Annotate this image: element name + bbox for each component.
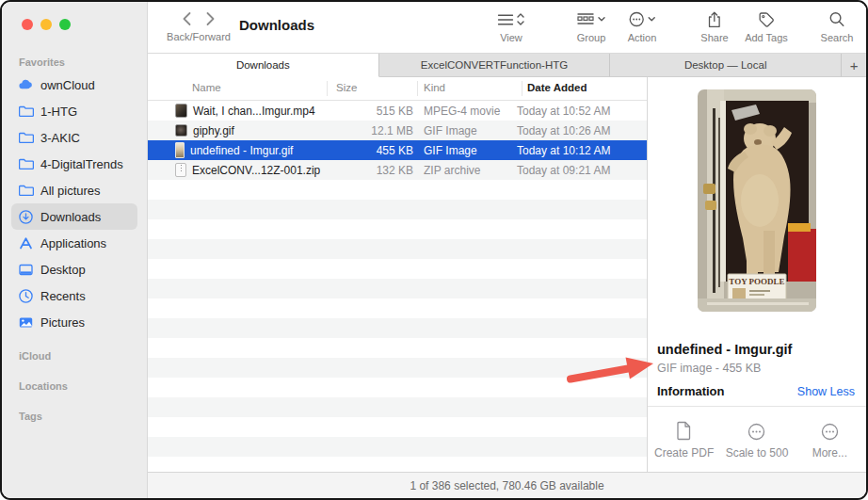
action-button[interactable]: Action [628,9,657,43]
file-date-added: Today at 09:21 AM [517,164,647,177]
gif-thumbnail-icon [175,124,187,137]
preview-image: TOY POODLE [698,89,816,312]
zip-archive-icon [175,163,186,177]
sidebar-item-label: All pictures [40,184,101,198]
new-tab-button[interactable]: + [842,54,866,77]
tab-bar: Downloads ExcelCONVERTFunction-HTG Deskt… [148,53,866,77]
sidebar-item-recents[interactable]: Recents [11,282,137,309]
sidebar-item-desktop[interactable]: Desktop [11,256,137,282]
preview-file-meta: GIF image - 455 KB [657,362,761,375]
group-button[interactable]: Group [577,9,606,43]
sidebar-item-4-digitaltrends[interactable]: 4-DigitalTrends [11,151,137,177]
forward-button[interactable] [205,11,216,26]
preview-divider [648,406,866,407]
file-date-added: Today at 10:26 AM [517,124,647,137]
window-controls [22,19,71,30]
scale-to-500-button[interactable]: Scale to 500 [720,416,793,460]
add-tags-label: Add Tags [745,32,788,43]
file-date-added: Today at 10:12 AM [517,144,647,157]
share-icon [707,11,721,28]
file-row-giphy-gif[interactable]: giphy.gif 12.1 MB GIF Image Today at 10:… [148,121,647,140]
folder-icon [18,104,34,120]
cloud-icon [18,77,34,93]
folder-icon [18,183,34,199]
list-view-icon [498,13,514,26]
file-date-added: Today at 10:52 AM [517,105,647,118]
back-button[interactable] [182,11,192,26]
preview-file-name: undefined - Imgur.gif [657,342,792,357]
column-header-kind[interactable]: Kind [424,82,445,93]
content-area: Name Size Kind Date Added Wait, I chan..… [148,77,866,472]
sidebar-section-favorites: Favorites [2,53,147,72]
column-divider [522,81,522,96]
group-icon [577,12,595,26]
tab-excelconvertfunction-htg[interactable]: ExcelCONVERTFunction-HTG [379,54,611,77]
view-button[interactable]: View [498,9,525,43]
chevron-down-icon [598,16,606,23]
tab-desktop-local[interactable]: Desktop — Local [610,54,842,77]
sidebar-item-label: Applications [40,236,106,250]
ellipsis-circle-icon [628,11,644,27]
file-size: 455 KB [327,144,413,157]
column-header-size[interactable]: Size [336,82,357,93]
file-row-undefined-imgur-gif[interactable]: undefined - Imgur.gif 455 KB GIF Image T… [148,140,647,160]
search-button[interactable]: Search [821,9,854,43]
column-divider [417,81,418,96]
folder-icon [18,130,34,146]
sidebar-section-locations: Locations [2,377,147,395]
sidebar-item-pictures[interactable]: Pictures [11,309,137,335]
back-forward-label: Back/Forward [159,31,238,42]
status-bar: 1 of 386 selected, 780.46 GB available [148,472,866,498]
show-less-link[interactable]: Show Less [797,385,855,398]
add-tags-button[interactable]: Add Tags [745,9,788,43]
sidebar-item-1-htg[interactable]: 1-HTG [11,98,137,124]
sort-chevrons-icon [517,12,525,26]
folder-icon [18,156,34,172]
sidebar-item-label: Pictures [40,315,85,330]
quick-action-label: More... [794,446,866,460]
sidebar-item-applications[interactable]: Applications [11,230,137,256]
search-label: Search [821,32,854,43]
file-rows: Wait, I chan...Imgur.mp4 515 KB MPEG-4 m… [148,101,647,472]
sidebar-item-label: ownCloud [40,78,95,92]
file-size: 132 KB [327,164,413,177]
close-window-button[interactable] [22,19,33,30]
file-kind: GIF Image [413,124,517,137]
zoom-window-button[interactable] [59,19,71,30]
file-row-excelconv-zip[interactable]: ExcelCONV...12Z-001.zip 132 KB ZIP archi… [148,160,647,180]
column-header-name[interactable]: Name [192,82,221,93]
preview-image-label: TOY POODLE [729,277,784,286]
file-size: 515 KB [327,105,413,118]
sidebar: Favorites ownCloud 1-HTG 3-AKIC [2,2,148,498]
file-name: undefined - Imgur.gif [190,144,293,157]
share-button[interactable]: Share [700,9,728,43]
preview-pane: TOY POODLE undefined - Imgur.gif GIF ima… [648,77,866,472]
finder-window: Favorites ownCloud 1-HTG 3-AKIC [0,0,868,500]
sidebar-item-all-pictures[interactable]: All pictures [11,177,137,203]
file-kind: GIF Image [413,144,517,157]
sidebar-item-3-akic[interactable]: 3-AKIC [11,124,137,151]
downloads-icon [18,209,34,225]
gif-thumbnail-icon [175,142,185,158]
file-row-wait-i-chan-imgur-mp4[interactable]: Wait, I chan...Imgur.mp4 515 KB MPEG-4 m… [148,101,647,121]
sidebar-item-downloads[interactable]: Downloads [11,203,137,230]
minimize-window-button[interactable] [40,19,52,30]
file-kind: ZIP archive [413,164,517,177]
sidebar-item-label: 1-HTG [40,105,77,119]
column-header-date-added[interactable]: Date Added [527,82,587,93]
search-icon [828,11,844,27]
file-list: Name Size Kind Date Added Wait, I chan..… [148,77,648,472]
sidebar-item-label: 3-AKIC [40,131,80,145]
sidebar-item-owncloud[interactable]: ownCloud [11,72,137,98]
more-button[interactable]: More... [794,416,866,460]
quick-action-label: Scale to 500 [720,446,793,460]
ellipsis-circle-icon [794,416,866,441]
tag-icon [758,11,775,28]
file-kind: MPEG-4 movie [413,105,517,118]
video-thumbnail-icon [175,104,187,118]
create-pdf-button[interactable]: Create PDF [648,416,720,460]
quick-action-label: Create PDF [648,446,720,460]
view-label: View [498,32,525,43]
action-label: Action [628,32,657,43]
tab-downloads[interactable]: Downloads [148,54,379,77]
